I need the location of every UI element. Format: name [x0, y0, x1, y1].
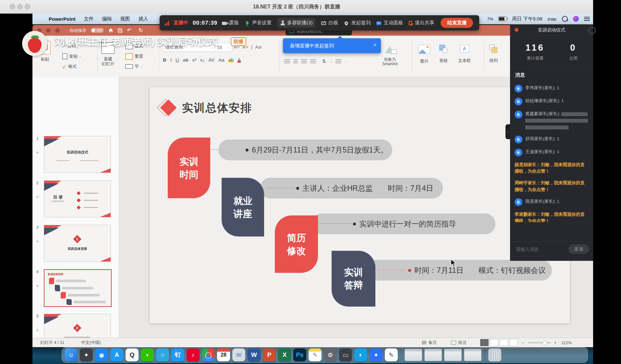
- ppt-zoom-button[interactable]: [55, 28, 60, 33]
- format-painter-button[interactable]: 🖌︎格式: [62, 64, 77, 69]
- home-icon[interactable]: [108, 28, 113, 33]
- menu-item[interactable]: 编辑: [102, 16, 112, 22]
- shapes-button[interactable]: 形状: [439, 45, 448, 64]
- calendar-icon[interactable]: 28: [217, 348, 230, 361]
- live-toolbar-button[interactable]: 退出共享: [409, 20, 434, 26]
- highlight-color-button[interactable]: ab: [228, 57, 234, 63]
- align-right-icon[interactable]: [301, 59, 307, 64]
- timeline-shape-1[interactable]: 实训时间: [168, 138, 210, 198]
- autosave-toggle[interactable]: 关闭: [91, 28, 104, 33]
- minimized-window-preview[interactable]: [464, 349, 481, 361]
- trash-icon[interactable]: [488, 348, 501, 361]
- slide-thumbnail-3[interactable]: 1 实训总体安排: [44, 225, 111, 262]
- quick-access-more-icon[interactable]: ⌄: [148, 29, 150, 32]
- minimized-window-preview[interactable]: [424, 349, 442, 361]
- timeline-pill-4[interactable]: 时间：7月11日 模式：钉钉视频会议: [366, 260, 552, 281]
- textbox-button[interactable]: A 文本框: [458, 45, 471, 64]
- smartart-button[interactable]: 转换为SmartArt: [382, 45, 397, 66]
- timeline-pill-2[interactable]: 主讲人：企业HR总监 时间：7月4日: [260, 178, 443, 199]
- timeline-pill-3[interactable]: 实训中进行一对一的简历指导: [311, 213, 495, 234]
- section-button[interactable]: 节⌄: [125, 64, 143, 69]
- undo-icon[interactable]: ↶⌄: [127, 27, 134, 34]
- grid-view-button[interactable]: [490, 339, 498, 346]
- slideshow-view-button[interactable]: [509, 339, 518, 346]
- strikethrough-button[interactable]: ab: [183, 57, 189, 63]
- blue-app-icon[interactable]: ✦: [370, 348, 383, 361]
- menu-item[interactable]: 文件: [84, 16, 94, 22]
- superscript-button[interactable]: x²: [192, 57, 197, 63]
- photoshop-icon[interactable]: Ps: [293, 348, 306, 361]
- live-toolbar-button[interactable]: 发起签到: [344, 20, 371, 26]
- launchpad-icon[interactable]: ✦: [80, 348, 93, 361]
- send-button[interactable]: 发送: [568, 244, 589, 254]
- finder-icon[interactable]: ☺: [65, 348, 78, 361]
- menu-item[interactable]: 视图: [120, 16, 130, 22]
- reset-button[interactable]: 重置: [125, 53, 143, 60]
- slide-canvas[interactable]: 实训总体安排 6月29日-7月11日，其中7月5日放假1天。 实训时间 主讲人：…: [150, 87, 570, 323]
- copy-button[interactable]: 复制⌄: [62, 53, 82, 59]
- language-indicator[interactable]: 中文(中国): [81, 338, 101, 347]
- live-toolbar-button[interactable]: 露脸: [222, 20, 239, 26]
- netease-music-icon[interactable]: ♪: [187, 348, 200, 361]
- notification-center-icon[interactable]: [584, 17, 590, 21]
- italic-button[interactable]: I: [170, 57, 172, 63]
- excel-icon[interactable]: X: [278, 348, 291, 361]
- live-toolbar-button[interactable]: 白板: [321, 20, 338, 26]
- notes-button[interactable]: 备注: [422, 338, 437, 347]
- redo-icon[interactable]: ↻: [139, 27, 143, 34]
- chat-close-button[interactable]: [515, 28, 518, 32]
- spotlight-search-icon[interactable]: [562, 16, 568, 22]
- menu-bar-clock[interactable]: 周日 下午5:08: [512, 16, 542, 22]
- ppt-minimize-button[interactable]: [46, 28, 51, 33]
- minimized-window-preview[interactable]: [444, 349, 462, 361]
- app-menu-powerpoint[interactable]: PowerPoint: [49, 16, 76, 22]
- menu-item[interactable]: 插入: [139, 16, 148, 22]
- subscript-button[interactable]: x₂: [200, 57, 204, 63]
- qq-icon[interactable]: Q: [126, 348, 139, 361]
- minimized-window-preview[interactable]: [405, 349, 422, 361]
- timeline-shape-3[interactable]: 简历修改: [275, 215, 318, 273]
- change-case-button[interactable]: Aa: [218, 57, 224, 63]
- slide-thumbnail-5[interactable]: 2: [44, 314, 111, 338]
- align-center-icon[interactable]: [293, 59, 298, 64]
- justify-icon[interactable]: [310, 59, 316, 64]
- slide-thumbnail-1[interactable]: 实训启动仪式: [44, 136, 111, 173]
- slide-thumbnail-4-selected[interactable]: 实训总体安排: [44, 269, 112, 307]
- bold-button[interactable]: B: [163, 57, 166, 63]
- normal-view-button[interactable]: [480, 339, 489, 346]
- picture-button[interactable]: 图片: [419, 45, 430, 64]
- media-player-icon[interactable]: ◐: [354, 348, 367, 361]
- settings-icon[interactable]: ⚙: [324, 348, 337, 361]
- textedit-icon[interactable]: ✎: [385, 348, 398, 361]
- align-text-icon[interactable]: [335, 59, 341, 64]
- slide-thumbnail-2[interactable]: 目 录 CONTENTS: [44, 180, 111, 217]
- panel-collapse-handle[interactable]: ‹: [505, 124, 510, 139]
- reading-view-button[interactable]: [500, 339, 508, 346]
- browser-icon[interactable]: ○: [156, 348, 169, 361]
- live-toolbar-button[interactable]: 互动面板: [376, 20, 403, 26]
- siri-icon[interactable]: [573, 16, 579, 22]
- text-direction-icon[interactable]: ⇅: [322, 58, 326, 64]
- zoom-window-button[interactable]: [25, 4, 30, 9]
- notes-icon[interactable]: ✎: [309, 348, 322, 361]
- display-icon[interactable]: ▭: [339, 348, 352, 361]
- save-icon[interactable]: [118, 28, 122, 33]
- arrange-button[interactable]: 排列: [489, 45, 498, 64]
- chrome-icon[interactable]: ◯: [202, 348, 215, 361]
- live-toolbar-button[interactable]: 声音设置: [245, 20, 272, 26]
- toast-close-icon[interactable]: ×: [373, 42, 376, 48]
- font-color-button[interactable]: A: [237, 57, 241, 63]
- underline-button[interactable]: U: [176, 57, 179, 63]
- comments-button[interactable]: 批注: [451, 338, 467, 347]
- menu-bar-device[interactable]: mac: [548, 16, 557, 22]
- timeline-shape-4[interactable]: 实训答辩: [332, 251, 375, 307]
- zoom-slider[interactable]: [528, 338, 551, 347]
- safari-icon[interactable]: ◉: [95, 348, 108, 361]
- chat-header-button[interactable]: [589, 27, 596, 34]
- powerpoint-icon[interactable]: P: [263, 348, 276, 361]
- zoom-level[interactable]: 112%: [561, 338, 572, 347]
- align-left-icon[interactable]: [284, 59, 290, 64]
- end-live-button[interactable]: 结束直播: [441, 18, 473, 28]
- live-toolbar-button[interactable]: 多群联播(3): [277, 18, 315, 28]
- zoom-in-button[interactable]: +: [554, 338, 557, 347]
